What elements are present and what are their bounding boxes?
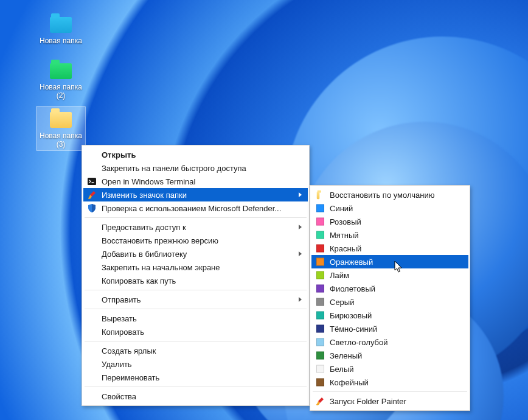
menu-item[interactable]: Свойства — [83, 390, 308, 403]
menu-item-label: Свойства — [102, 392, 136, 401]
submenu-arrow-icon — [299, 192, 302, 197]
menu-item[interactable]: Отправить — [83, 293, 308, 306]
paintbrush-icon — [87, 190, 97, 200]
color-swatch-icon — [316, 218, 324, 226]
menu-item-color[interactable]: Кофейный — [311, 376, 468, 389]
menu-separator — [85, 290, 307, 290]
menu-item-label: Открыть — [102, 150, 136, 159]
menu-item-label: Закрепить на начальном экране — [102, 263, 220, 272]
menu-item-color[interactable]: Фиолетовый — [311, 282, 468, 295]
color-swatch-icon — [316, 245, 324, 253]
color-swatch-icon — [316, 231, 324, 239]
menu-item[interactable]: Добавить в библиотеку — [83, 247, 308, 261]
submenu-arrow-icon — [299, 225, 302, 229]
color-swatch-icon — [316, 379, 324, 387]
menu-item-label: Переименовать — [102, 373, 159, 382]
menu-item[interactable]: Создать ярлык — [83, 344, 308, 357]
menu-item-label: Зеленый — [330, 351, 362, 360]
shield-icon — [87, 203, 97, 213]
color-swatch-icon — [316, 352, 324, 360]
menu-item-color[interactable]: Белый — [311, 362, 468, 376]
menu-separator — [313, 391, 467, 392]
menu-item-color[interactable]: Оранжевый — [311, 255, 468, 268]
color-swatch-icon — [316, 258, 324, 266]
desktop-folder-icon[interactable]: Новая папка (3) — [38, 108, 84, 149]
color-swatch-icon — [316, 365, 324, 373]
menu-item-label: Создать ярлык — [102, 346, 156, 355]
menu-item-color[interactable]: Тёмно-синий — [311, 322, 468, 335]
context-submenu-folder-color: Восстановить по умолчаниюСинийРозовыйМят… — [310, 185, 470, 411]
menu-item-color[interactable]: Светло-голубой — [311, 335, 468, 349]
svg-rect-0 — [88, 178, 96, 185]
desktop-folder-icon[interactable]: Новая папка (2) — [38, 60, 84, 100]
color-swatch-icon — [316, 205, 324, 212]
color-swatch-icon — [316, 338, 324, 346]
menu-separator — [85, 217, 307, 218]
terminal-icon — [87, 177, 97, 186]
context-menu: ОткрытьЗакрепить на панели быстрого дост… — [82, 145, 310, 406]
menu-item-label: Запуск Folder Painter — [330, 397, 406, 406]
menu-item[interactable]: Переименовать — [83, 371, 308, 384]
paintbrush-icon — [315, 396, 325, 406]
menu-item-label: Добавить в библиотеку — [102, 250, 187, 259]
menu-item[interactable]: Предоставить доступ к — [83, 220, 308, 234]
menu-separator — [85, 341, 307, 341]
menu-item-color[interactable]: Лайм — [311, 268, 468, 282]
menu-separator — [85, 387, 307, 387]
folder-icon — [49, 108, 73, 128]
menu-item-label: Проверка с использованием Microsoft Defe… — [102, 204, 281, 213]
menu-item[interactable]: Восстановить прежнюю версию — [83, 234, 308, 247]
menu-item-label: Красный — [330, 244, 361, 253]
menu-item[interactable]: Закрепить на начальном экране — [83, 261, 308, 274]
menu-item[interactable]: Копировать — [83, 325, 308, 338]
menu-item-label: Тёмно-синий — [330, 324, 377, 334]
menu-item[interactable]: Удалить — [83, 357, 308, 371]
menu-item-restore-default[interactable]: Восстановить по умолчанию — [311, 188, 468, 201]
menu-item-label: Розовый — [330, 217, 361, 226]
menu-item-label: Закрепить на панели быстрого доступа — [102, 164, 246, 173]
color-swatch-icon — [316, 312, 324, 320]
menu-item-label: Кофейный — [330, 378, 369, 387]
menu-item-label: Восстановить по умолчанию — [330, 191, 434, 200]
menu-item-label: Open in Windows Terminal — [102, 177, 195, 186]
folder-icon — [315, 190, 325, 200]
menu-item-color[interactable]: Зеленый — [311, 349, 468, 362]
menu-item-label: Оранжевый — [330, 257, 373, 267]
menu-item-color[interactable]: Синий — [311, 201, 468, 215]
menu-item-label: Фиолетовый — [330, 284, 375, 293]
color-swatch-icon — [316, 298, 324, 306]
menu-item[interactable]: Open in Windows Terminal — [83, 175, 308, 188]
menu-item-label: Отправить — [102, 295, 141, 304]
menu-item-launch-folder-painter[interactable]: Запуск Folder Painter — [311, 394, 468, 408]
menu-item-label: Восстановить прежнюю версию — [102, 236, 218, 245]
menu-item-label: Белый — [330, 365, 354, 374]
cursor-icon — [394, 261, 404, 274]
menu-item-color[interactable]: Бирюзовый — [311, 309, 468, 322]
menu-item[interactable]: Копировать как путь — [83, 274, 308, 287]
menu-item[interactable]: Вырезать — [83, 312, 308, 325]
menu-item[interactable]: Открыть — [83, 148, 308, 161]
submenu-arrow-icon — [299, 251, 302, 256]
folder-icon — [49, 60, 73, 79]
menu-item[interactable]: Закрепить на панели быстрого доступа — [83, 161, 308, 175]
desktop-icon-label: Новая папка — [40, 37, 82, 45]
menu-item-label: Синий — [330, 204, 353, 213]
menu-item-label: Светло-голубой — [330, 338, 387, 347]
menu-item-label: Копировать как путь — [102, 276, 176, 285]
menu-item-label: Бирюзовый — [330, 311, 372, 320]
menu-item-color[interactable]: Мятный — [311, 228, 468, 242]
menu-item-label: Лайм — [330, 271, 349, 280]
menu-item-color[interactable]: Красный — [311, 242, 468, 255]
menu-separator — [85, 309, 307, 309]
menu-item[interactable]: Изменить значок папки — [83, 188, 308, 201]
menu-item-label: Вырезать — [102, 314, 137, 323]
menu-item-label: Предоставить доступ к — [102, 223, 186, 232]
submenu-arrow-icon — [299, 297, 302, 302]
menu-item-color[interactable]: Серый — [311, 295, 468, 309]
menu-item-color[interactable]: Розовый — [311, 215, 468, 228]
menu-item-label: Изменить значок папки — [102, 191, 187, 200]
menu-item[interactable]: Проверка с использованием Microsoft Defe… — [83, 201, 308, 215]
folder-icon — [49, 13, 73, 33]
desktop-folder-icon[interactable]: Новая папка — [38, 13, 84, 45]
menu-item-label: Удалить — [102, 360, 132, 369]
